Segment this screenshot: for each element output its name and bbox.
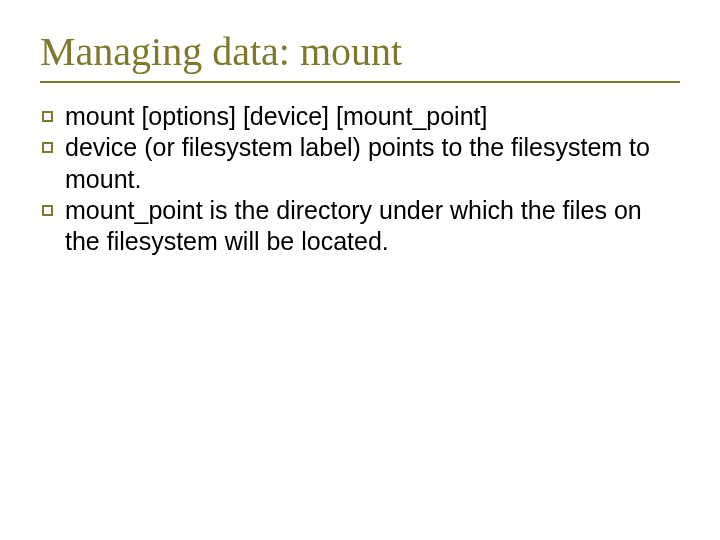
list-item: mount_point is the directory under which… (40, 195, 680, 258)
bullet-text: device (or filesystem label) points to t… (65, 132, 680, 195)
slide: Managing data: mount mount [options] [de… (0, 0, 720, 540)
bullet-icon (42, 142, 53, 153)
bullet-text: mount_point is the directory under which… (65, 195, 680, 258)
bullet-text: mount [options] [device] [mount_point] (65, 101, 680, 132)
slide-body: mount [options] [device] [mount_point] d… (40, 101, 680, 257)
bullet-icon (42, 205, 53, 216)
list-item: device (or filesystem label) points to t… (40, 132, 680, 195)
bullet-icon (42, 111, 53, 122)
title-underline (40, 81, 680, 83)
list-item: mount [options] [device] [mount_point] (40, 101, 680, 132)
slide-title: Managing data: mount (40, 28, 680, 81)
